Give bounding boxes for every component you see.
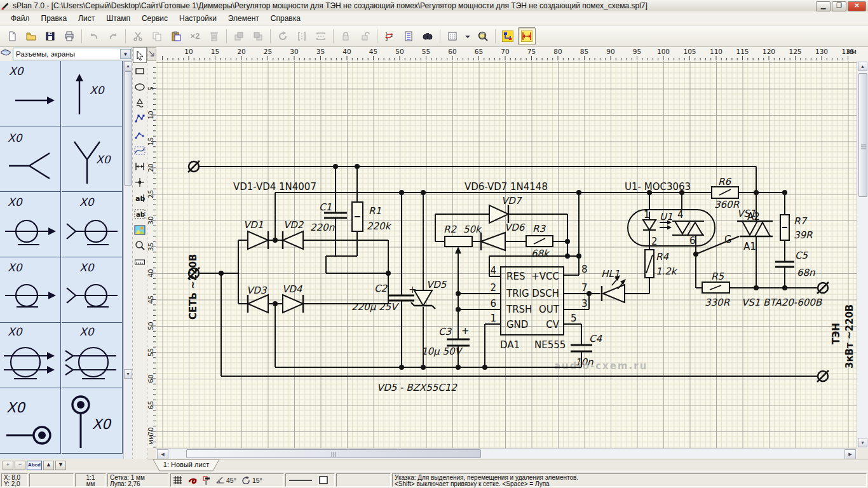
grid-background [156,61,857,448]
library-item[interactable]: X0 [0,323,61,388]
menu-file[interactable]: Файл [5,13,36,24]
angle-value[interactable]: 45° [226,477,236,484]
svg-text:330R: 330R [705,297,730,308]
library-item[interactable]: X0 [0,126,61,192]
grid-dropdown-caret[interactable] [463,27,473,45]
menu-stamp[interactable]: Штамп [100,13,136,24]
tool-polyline[interactable] [133,126,147,142]
rename-sheet-button[interactable]: Abcd [27,461,42,470]
menu-settings[interactable]: Настройки [173,13,222,24]
menu-sheet[interactable]: Лист [72,13,100,24]
rotation-value[interactable]: 15° [252,477,262,484]
electrical-check-button[interactable] [499,27,517,45]
tool-cursor[interactable] [133,47,147,63]
close-button[interactable]: ✕ [848,1,866,11]
menu-service[interactable]: Сервис [136,13,173,24]
tool-polygon[interactable] [133,111,147,126]
scroll-left-icon[interactable]: ◀ [157,449,168,459]
delete-button[interactable] [205,27,223,45]
library-scroll-thumb[interactable] [124,71,132,186]
library-item[interactable]: X0 [62,192,123,257]
add-sheet-button[interactable]: + [3,461,13,470]
bill-of-materials-button[interactable] [400,27,417,45]
tool-node-point[interactable] [133,174,147,190]
new-button[interactable] [3,27,21,45]
library-item[interactable]: X0 [62,388,123,454]
grid-settings-button[interactable] [444,27,461,45]
snap-grid-icon[interactable] [173,475,182,485]
send-to-back-button[interactable] [249,27,267,45]
tool-special-shape[interactable] [133,95,147,111]
move-sheet-up-button[interactable]: ▲ [43,461,54,470]
tool-bezier-curve[interactable] [133,142,147,158]
zoom-window-button[interactable] [474,27,492,45]
svg-text:VD7: VD7 [501,195,522,207]
scroll-up-icon[interactable]: ▲ [858,62,867,71]
tool-ruler[interactable] [133,254,147,269]
scroll-down-icon[interactable]: ▼ [124,369,132,379]
library-item[interactable]: X0 [62,257,123,323]
lock-button[interactable] [337,27,355,45]
paste-button[interactable] [167,27,185,45]
ruler-origin-button[interactable] [147,47,156,61]
svg-text:C5: C5 [795,250,808,261]
rotate-button[interactable] [274,27,292,45]
unlock-button[interactable] [356,27,374,45]
sheet-tab[interactable]: 1: Новый лист [151,459,221,471]
menu-edit[interactable]: Правка [36,13,73,24]
undo-button[interactable] [85,27,103,45]
renumber-button[interactable]: 123 [381,27,398,45]
vertical-scrollbar[interactable]: ▲ ▼ [857,61,868,448]
menu-help[interactable]: Справка [265,13,306,24]
h-scroll-thumb[interactable] [186,449,481,458]
tool-text-box[interactable]: ab [133,206,147,222]
scroll-down-icon[interactable]: ▼ [858,438,867,447]
library-select[interactable]: Разъемы, экраны ▼ [13,48,132,60]
remove-sheet-button[interactable]: − [15,461,25,470]
bring-to-front-button[interactable] [230,27,248,45]
library-item[interactable]: X0 [0,192,61,257]
library-item[interactable]: X0 [62,323,123,388]
horizontal-scrollbar[interactable]: ◀ ▶ [156,448,857,459]
chevron-down-icon[interactable]: ▼ [120,49,131,59]
tool-ellipse[interactable] [133,79,147,95]
tool-image[interactable] [133,222,147,238]
schematic-canvas[interactable]: VD1-VD4 1N4007VD6-VD7 1N4148U1- MOC3063V… [156,61,857,448]
pin-icon[interactable] [203,475,210,485]
library-item[interactable]: X0 [62,126,123,192]
v-scroll-thumb[interactable] [858,73,867,197]
redo-button[interactable] [104,27,122,45]
fill-sample [318,475,329,485]
cursor-position: X: 8,0Y: 2,0 [1,473,28,487]
svg-text:C2: C2 [374,283,388,294]
library-selected-value: Разъемы, экраны [16,50,75,58]
cut-button[interactable] [129,27,147,45]
save-button[interactable] [41,27,59,45]
library-item[interactable]: X0 [0,388,61,454]
line-style-panel[interactable] [285,473,335,487]
svg-text:audio-cxem.ru: audio-cxem.ru [554,360,648,372]
tool-dimension[interactable] [133,158,147,174]
mirror-vertical-button[interactable] [312,27,330,45]
mirror-horizontal-button[interactable] [293,27,311,45]
minimize-button[interactable]: ▁ [816,1,831,11]
search-button[interactable] [419,27,437,45]
copy-button[interactable] [148,27,166,45]
move-sheet-down-button[interactable]: ▼ [55,461,66,470]
tool-text[interactable]: ab [133,190,147,206]
library-item[interactable]: X0 [62,61,123,126]
freehand-icon[interactable] [187,475,198,485]
library-item[interactable]: X0 [0,257,61,323]
menu-element[interactable]: Элемент [222,13,265,24]
library-scrollbar[interactable]: ▲ ▼ [123,61,133,459]
scroll-up-icon[interactable]: ▲ [124,61,132,71]
open-button[interactable] [22,27,40,45]
tool-zoom[interactable] [133,238,147,254]
maximize-button[interactable]: ❐ [832,1,846,11]
scroll-right-icon[interactable]: ▶ [844,449,856,459]
library-item[interactable]: X0 [0,61,61,126]
measure-mode-button[interactable] [518,27,536,45]
duplicate-x2-button[interactable]: ×2 [186,27,204,45]
print-button[interactable] [60,27,78,45]
tool-rectangle[interactable] [133,63,147,79]
